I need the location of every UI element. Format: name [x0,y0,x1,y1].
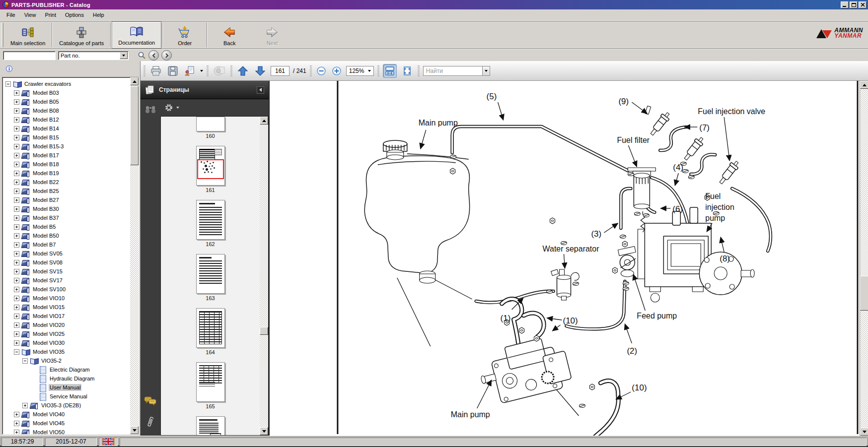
expand-plus-icon[interactable] [14,126,19,131]
tree-item[interactable]: Model SV05 [2,249,130,258]
expand-plus-icon[interactable] [14,180,19,185]
page-thumbnail[interactable]: 163 [196,254,225,302]
expand-plus-icon[interactable] [14,242,19,248]
expand-plus-icon[interactable] [14,171,19,176]
expand-plus-icon[interactable] [14,305,19,310]
tree-item[interactable]: Model B50 [2,231,130,240]
tree-item[interactable]: Model VIO20 [2,320,130,329]
expand-plus-icon[interactable] [14,197,19,203]
tree-item[interactable]: Model SV17 [2,276,130,285]
expand-plus-icon[interactable] [14,224,19,230]
binoculars-icon[interactable] [145,105,156,114]
pdf-page[interactable]: Main pump (5) (9) Fuel injection valve (… [269,81,860,436]
tree-item[interactable]: Model VIO15 [2,303,130,312]
info-icon[interactable] [6,65,12,72]
page-number-input[interactable] [271,66,289,76]
tree-item[interactable]: Model B15-3 [2,142,130,151]
status-language-flag[interactable] [99,438,118,446]
expand-plus-icon[interactable] [14,269,19,274]
collapse-minus-icon[interactable] [5,81,11,87]
search-category-select[interactable]: Part no. [58,51,129,60]
thumbnail-page-image[interactable] [196,362,225,402]
thumbnail-page-image[interactable] [196,117,225,131]
minimize-button[interactable] [841,1,849,8]
collapse-minus-icon[interactable] [14,349,19,355]
expand-plus-icon[interactable] [14,215,19,221]
share-dropdown-caret[interactable] [200,70,203,72]
tree-item[interactable]: Model B30 [2,204,130,213]
maximize-button[interactable] [850,1,858,8]
close-button[interactable] [859,1,867,8]
tree-scroll-thumb[interactable] [130,86,139,165]
tree-item[interactable]: Hydraulic Diagram [2,374,130,383]
expand-plus-icon[interactable] [14,233,19,239]
tree-item[interactable]: Model B14 [2,124,130,133]
tree-item[interactable]: User Manual [2,383,130,392]
save-button[interactable] [166,64,179,78]
page-scrollbar[interactable] [860,81,868,436]
tree-item[interactable]: Model B17 [2,151,130,160]
menu-options[interactable]: Options [61,10,88,19]
print-button[interactable] [149,64,163,78]
expand-plus-icon[interactable] [14,90,19,96]
expand-plus-icon[interactable] [14,430,19,435]
share-button[interactable] [183,64,197,78]
tree-item[interactable]: Model B5 [2,222,130,231]
tree-item[interactable]: Model B03 [2,88,130,97]
thumbnail-page-image[interactable] [196,254,225,294]
tree-item[interactable]: Model VIO25 [2,329,130,338]
history-forward-button[interactable] [161,50,172,61]
page-thumbnail[interactable]: 164 [196,308,225,356]
tree-item[interactable]: VIO35-3 (DE2B) [2,401,130,410]
zoom-in-button[interactable] [331,64,343,78]
next-button[interactable]: Next [251,21,293,49]
expand-plus-icon[interactable] [14,162,19,167]
expand-plus-icon[interactable] [22,403,28,408]
thumbnail-page-image[interactable] [196,416,225,435]
paperclip-icon[interactable] [146,416,154,429]
previous-page-button[interactable] [236,64,250,78]
tree-item[interactable]: Crawler excavators [2,79,130,88]
page-thumbnail[interactable]: 160 [196,117,225,140]
history-back-button[interactable] [148,50,159,61]
tree-item[interactable]: Model SV100 [2,285,130,294]
page-thumbnail[interactable]: 161 [196,146,225,194]
documentation-button[interactable]: Documentation [112,21,161,49]
tree-item[interactable]: Model B37 [2,213,130,222]
find-input[interactable] [423,66,483,76]
collapse-panel-button[interactable] [257,86,264,94]
menu-print[interactable]: Print [40,10,61,19]
expand-plus-icon[interactable] [14,278,19,283]
tree-item[interactable]: Model B19 [2,169,130,178]
tree-item[interactable]: Model VIO50 [2,428,130,434]
expand-plus-icon[interactable] [14,412,19,417]
options-gear-icon[interactable] [164,103,174,112]
tree-item[interactable]: Service Manual [2,392,130,401]
tree-scrollbar[interactable] [130,77,139,434]
main-selection-button[interactable]: Main selection [4,21,51,49]
expand-plus-icon[interactable] [14,108,19,114]
tree-item[interactable]: Model SV08 [2,258,130,267]
tree-item[interactable]: Model B12 [2,115,130,124]
page-scroll-thumb[interactable] [860,276,868,311]
tree-item[interactable]: Model B08 [2,106,130,115]
expand-plus-icon[interactable] [14,331,19,337]
options-caret[interactable] [176,107,179,109]
part-search-input[interactable] [3,51,56,60]
thumbnail-page-image[interactable] [196,146,225,186]
menu-file[interactable]: File [2,10,20,19]
tree-item[interactable]: Model VIO30 [2,338,130,347]
tree-item[interactable]: Model B15 [2,133,130,142]
thumbnail-page-image[interactable] [196,308,225,348]
tree-scroll-down-button[interactable] [130,426,139,434]
tree-item[interactable]: Model B7 [2,240,130,249]
tree-item[interactable]: Model VIO45 [2,419,130,428]
tree-item[interactable]: Model B27 [2,195,130,204]
page-thumbnail[interactable]: 162 [196,200,225,248]
page-thumbnail[interactable] [196,416,225,435]
zoom-level-select[interactable]: 125% [346,66,374,76]
expand-plus-icon[interactable] [14,287,19,292]
tree-item[interactable]: Model B25 [2,187,130,195]
back-button[interactable]: Back [208,21,251,49]
tree-item[interactable]: Model VIO17 [2,312,130,320]
